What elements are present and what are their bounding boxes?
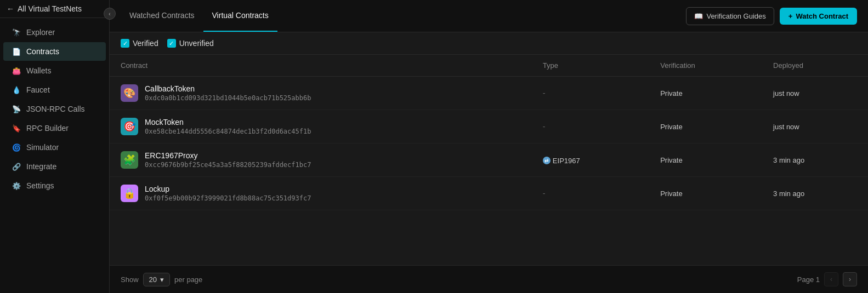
show-label: Show	[121, 275, 139, 284]
sidebar: ← All Virtual TestNets ‹ 🔭 Explorer 📄 Co…	[0, 0, 110, 293]
sidebar-nav: 🔭 Explorer 📄 Contracts 👛 Wallets 💧 Fauce…	[0, 18, 109, 293]
col-type: Type	[532, 55, 649, 77]
tab-watched-contracts[interactable]: Watched Contracts	[121, 0, 203, 32]
explorer-icon: 🔭	[12, 28, 21, 37]
sidebar-collapse-button[interactable]: ‹	[104, 8, 116, 20]
sidebar-item-label: Simulator	[26, 143, 59, 152]
plus-icon: +	[788, 12, 793, 20]
sidebar-item-integrate[interactable]: 🔗 Integrate	[3, 157, 106, 176]
pagination: Page 1 ‹ ›	[797, 272, 857, 286]
verified-filter[interactable]: ✓ Verified	[121, 39, 158, 48]
verified-label: Verified	[133, 39, 158, 48]
contract-address: 0xe58cbe144dd5556c84874dec1b3f2d0d6ac45f…	[145, 128, 311, 135]
table-row[interactable]: 🎨 CallbackToken 0xdc0a0b1cd093d321bd1044…	[110, 77, 868, 110]
book-icon: 📖	[694, 12, 703, 20]
per-page-label: per page	[174, 275, 202, 284]
col-contract: Contract	[110, 55, 532, 77]
sidebar-item-label: JSON-RPC Calls	[26, 105, 85, 113]
type-dash: -	[543, 89, 546, 97]
next-page-button[interactable]: ›	[843, 272, 857, 286]
verification-cell: Private	[649, 143, 762, 177]
watch-contract-button[interactable]: + Watch Contract	[780, 8, 857, 25]
contract-name: Lockup	[145, 185, 311, 193]
contract-icon: 🔒	[121, 185, 138, 202]
contracts-icon: 📄	[12, 47, 21, 56]
sidebar-item-json-rpc[interactable]: 📡 JSON-RPC Calls	[3, 100, 106, 118]
table-header-row: Contract Type Verification Deployed	[110, 55, 868, 77]
settings-icon: ⚙️	[12, 181, 21, 190]
sidebar-item-label: Integrate	[26, 162, 56, 171]
contract-cell: 🔒 Lockup 0xf0f5e9b00b92f3999021fd8b88ac7…	[110, 177, 532, 210]
sidebar-item-simulator[interactable]: 🌀 Simulator	[3, 138, 106, 157]
json-rpc-icon: 📡	[12, 105, 21, 113]
contract-name: MockToken	[145, 118, 311, 127]
simulator-icon: 🌀	[12, 143, 21, 152]
type-cell: ⇄EIP1967	[532, 143, 649, 177]
table-row[interactable]: 🔒 Lockup 0xf0f5e9b00b92f3999021fd8b88ac7…	[110, 177, 868, 210]
type-dash: -	[543, 122, 546, 131]
tab-virtual-contracts[interactable]: Virtual Contracts	[203, 0, 277, 32]
verification-cell: Private	[649, 177, 762, 210]
header-actions: 📖 Verification Guides + Watch Contract	[686, 7, 857, 25]
unverified-checkbox[interactable]: ✓	[167, 39, 176, 48]
sidebar-item-label: Explorer	[26, 28, 55, 37]
back-button[interactable]: ← All Virtual TestNets	[0, 0, 109, 18]
sidebar-item-rpc-builder[interactable]: 🔖 RPC Builder	[3, 119, 106, 137]
header: Watched Contracts Virtual Contracts 📖 Ve…	[110, 0, 868, 32]
contracts-table: Contract Type Verification Deployed 🎨 Ca…	[110, 55, 868, 210]
per-page-control: Show 20 ▾ per page	[121, 273, 202, 286]
contract-icon: 🎯	[121, 118, 138, 135]
contract-name: CallbackToken	[145, 84, 311, 93]
per-page-value: 20	[149, 275, 157, 284]
verified-checkbox[interactable]: ✓	[121, 39, 129, 48]
sidebar-item-contracts[interactable]: 📄 Contracts	[3, 42, 106, 61]
type-badge: ⇄EIP1967	[543, 157, 580, 165]
deployed-cell: 3 min ago	[762, 177, 868, 210]
unverified-label: Unverified	[179, 39, 214, 48]
faucet-icon: 💧	[12, 85, 21, 94]
type-cell: -	[532, 77, 649, 110]
contract-address: 0xdc0a0b1cd093d321bd1044b5e0acb71b525abb…	[145, 94, 311, 102]
verification-guides-label: Verification Guides	[706, 12, 765, 20]
prev-page-button[interactable]: ‹	[824, 272, 838, 286]
wallets-icon: 👛	[12, 66, 21, 75]
contract-icon: 🧩	[121, 151, 138, 169]
contract-name: ERC1967Proxy	[145, 151, 311, 160]
back-label: All Virtual TestNets	[18, 4, 82, 13]
sidebar-item-label: RPC Builder	[26, 124, 69, 133]
verification-cell: Private	[649, 110, 762, 143]
table-row[interactable]: 🎯 MockToken 0xe58cbe144dd5556c84874dec1b…	[110, 110, 868, 143]
page-label: Page 1	[797, 275, 820, 284]
contract-icon: 🎨	[121, 84, 138, 102]
contract-cell: 🎯 MockToken 0xe58cbe144dd5556c84874dec1b…	[110, 110, 532, 143]
table-row[interactable]: 🧩 ERC1967Proxy 0xcc9676b9bf25ce45a3a5f88…	[110, 143, 868, 177]
back-arrow-icon: ←	[7, 4, 14, 13]
filter-bar: ✓ Verified ✓ Unverified	[110, 32, 868, 55]
sidebar-item-faucet[interactable]: 💧 Faucet	[3, 81, 106, 99]
type-cell: -	[532, 177, 649, 210]
type-dash: -	[543, 189, 546, 198]
contract-address: 0xcc9676b9bf25ce45a3a5f88205239afddecf1b…	[145, 161, 311, 169]
sidebar-item-explorer[interactable]: 🔭 Explorer	[3, 23, 106, 42]
type-cell: -	[532, 110, 649, 143]
col-verification: Verification	[649, 55, 762, 77]
deployed-cell: just now	[762, 110, 868, 143]
proxy-icon: ⇄	[543, 157, 551, 164]
watch-contract-label: Watch Contract	[796, 12, 848, 20]
rpc-builder-icon: 🔖	[12, 124, 21, 133]
unverified-filter[interactable]: ✓ Unverified	[167, 39, 214, 48]
sidebar-item-label: Wallets	[26, 66, 51, 75]
main-content: Watched Contracts Virtual Contracts 📖 Ve…	[110, 0, 868, 293]
tabs: Watched Contracts Virtual Contracts	[121, 0, 277, 32]
chevron-down-icon: ▾	[160, 275, 164, 284]
sidebar-item-label: Contracts	[26, 47, 59, 56]
contract-cell: 🎨 CallbackToken 0xdc0a0b1cd093d321bd1044…	[110, 77, 532, 110]
sidebar-item-settings[interactable]: ⚙️ Settings	[3, 176, 106, 195]
sidebar-item-label: Settings	[26, 181, 54, 190]
sidebar-item-wallets[interactable]: 👛 Wallets	[3, 61, 106, 80]
verification-guides-button[interactable]: 📖 Verification Guides	[686, 7, 774, 25]
deployed-cell: 3 min ago	[762, 143, 868, 177]
contract-address: 0xf0f5e9b00b92f3999021fd8b88ac75c351d93f…	[145, 194, 311, 202]
per-page-select[interactable]: 20 ▾	[143, 273, 170, 286]
sidebar-item-label: Faucet	[26, 85, 50, 94]
